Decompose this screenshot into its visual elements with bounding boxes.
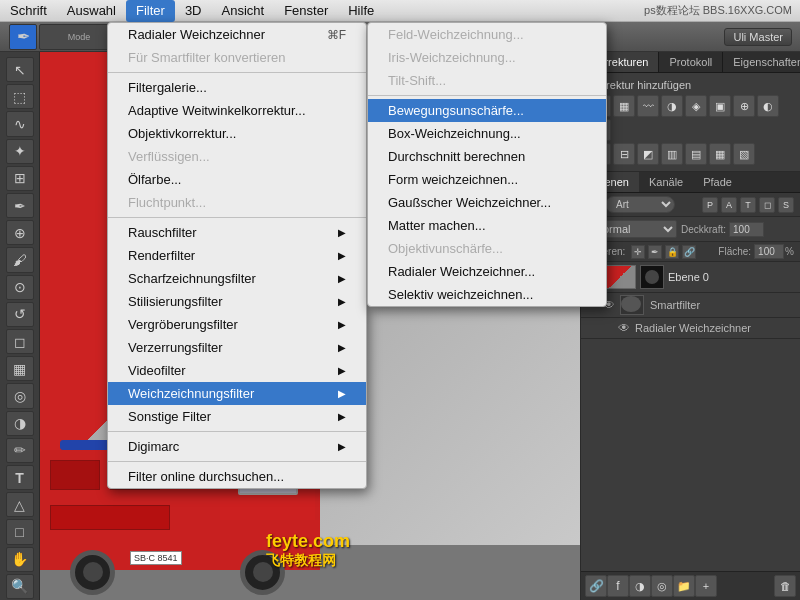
- eraser-tool[interactable]: ◻: [6, 329, 34, 354]
- area-percent: %: [785, 246, 794, 257]
- opacity-label: Deckkraft:: [681, 224, 726, 235]
- move-tool[interactable]: ↖: [6, 57, 34, 82]
- dd-sonstige[interactable]: Sonstige Filter ▶: [108, 405, 366, 428]
- watermark-text: feyte.com: [266, 531, 350, 552]
- sub-selektiv[interactable]: Selektiv weichzeichnen...: [368, 283, 606, 306]
- lasso-tool[interactable]: ∿: [6, 111, 34, 136]
- zoom-tool[interactable]: 🔍: [6, 574, 34, 599]
- add-group-button[interactable]: 📁: [673, 575, 695, 597]
- uli-master-button[interactable]: Uli Master: [724, 28, 792, 46]
- area-input[interactable]: [754, 244, 784, 259]
- sub-box-weich[interactable]: Box-Weichzeichnung...: [368, 122, 606, 145]
- dd-vergroeberung[interactable]: Vergröberungsfilter ▶: [108, 313, 366, 336]
- path-tool[interactable]: △: [6, 492, 34, 517]
- add-style-button[interactable]: f: [607, 575, 629, 597]
- layer-row-ebene0[interactable]: 👁 Ebene 0: [581, 262, 800, 293]
- sub-bewegungsunschaerfe[interactable]: Bewegungsunschärfe...: [368, 99, 606, 122]
- dd-renderfilter[interactable]: Renderfilter ▶: [108, 244, 366, 267]
- menu-schrift[interactable]: Schrift: [0, 0, 57, 22]
- dd-rauschfilter[interactable]: Rauschfilter ▶: [108, 221, 366, 244]
- sub-radialer[interactable]: Radialer Weichzeichner...: [368, 260, 606, 283]
- add-layer-button[interactable]: +: [695, 575, 717, 597]
- right-panel: « Korrekturen Protokoll Eigenschaften Ko…: [580, 52, 800, 600]
- fix-link-icon[interactable]: 🔗: [682, 245, 696, 259]
- hand-tool[interactable]: ✋: [6, 547, 34, 572]
- menu-fenster[interactable]: Fenster: [274, 0, 338, 22]
- sub-matter[interactable]: Matter machen...: [368, 214, 606, 237]
- menu-ansicht[interactable]: Ansicht: [212, 0, 275, 22]
- opacity-input[interactable]: [729, 222, 764, 237]
- dd-oelfarbe[interactable]: Ölfarbe...: [108, 168, 366, 191]
- menu-hilfe[interactable]: Hilfe: [338, 0, 384, 22]
- adj-exposure[interactable]: ◑: [661, 95, 683, 117]
- dd-filtergalerie[interactable]: Filtergalerie...: [108, 76, 366, 99]
- gradient-tool[interactable]: ▦: [6, 356, 34, 381]
- fix-lock-icon[interactable]: 🔒: [665, 245, 679, 259]
- pen-tool[interactable]: ✏: [6, 438, 34, 463]
- layer-filter-shape[interactable]: ◻: [759, 197, 775, 213]
- layer-filter-adj[interactable]: A: [721, 197, 737, 213]
- adj-gradient[interactable]: ▦: [709, 143, 731, 165]
- dodge-tool[interactable]: ◑: [6, 411, 34, 436]
- blend-opacity-row: Normal Deckkraft:: [581, 217, 800, 242]
- menu-3d[interactable]: 3D: [175, 0, 212, 22]
- adj-colorlookup[interactable]: ⊟: [613, 143, 635, 165]
- brush-tool-icon[interactable]: ✒: [9, 24, 37, 50]
- radial-filter-eye[interactable]: 👁: [616, 320, 632, 336]
- dd-weichzeichnung[interactable]: Weichzeichnungsfilter ▶: [108, 382, 366, 405]
- adj-threshold[interactable]: ▤: [685, 143, 707, 165]
- dd-scharfzeichnung[interactable]: Scharfzeichnungsfilter ▶: [108, 267, 366, 290]
- adj-hsl[interactable]: ▣: [709, 95, 731, 117]
- dd-objektivkorrektur[interactable]: Objektivkorrektur...: [108, 122, 366, 145]
- sub-durchschnitt[interactable]: Durchschnitt berechnen: [368, 145, 606, 168]
- add-adjustment-button[interactable]: ◎: [651, 575, 673, 597]
- dd-adaptive[interactable]: Adaptive Weitwinkelkorrektur...: [108, 99, 366, 122]
- adj-posterize[interactable]: ▥: [661, 143, 683, 165]
- adj-curves[interactable]: 〰: [637, 95, 659, 117]
- adj-selectivecolor[interactable]: ▧: [733, 143, 755, 165]
- healing-tool[interactable]: ⊕: [6, 220, 34, 245]
- link-layers-button[interactable]: 🔗: [585, 575, 607, 597]
- submenu-weichzeichnung: Feld-Weichzeichnung... Iris-Weichzeichnu…: [367, 22, 607, 307]
- dd-filter-online[interactable]: Filter online durchsuchen...: [108, 465, 366, 488]
- marquee-tool[interactable]: ⬚: [6, 84, 34, 109]
- add-mask-button[interactable]: ◑: [629, 575, 651, 597]
- adj-vibrance[interactable]: ◈: [685, 95, 707, 117]
- adj-levels[interactable]: ▦: [613, 95, 635, 117]
- blur-tool[interactable]: ◎: [6, 383, 34, 408]
- dd-videofilter[interactable]: Videofilter ▶: [108, 359, 366, 382]
- layer-filter-smart[interactable]: S: [778, 197, 794, 213]
- dd-verzerrung[interactable]: Verzerrungsfilter ▶: [108, 336, 366, 359]
- dd-radialer-weich[interactable]: Radialer Weichzeichner ⌘F: [108, 23, 366, 46]
- fix-brush-icon[interactable]: ✒: [648, 245, 662, 259]
- sub-gauss[interactable]: Gaußscher Weichzeichner...: [368, 191, 606, 214]
- adj-colorbalance[interactable]: ⊕: [733, 95, 755, 117]
- adj-bw[interactable]: ◐: [757, 95, 779, 117]
- eyedropper-tool[interactable]: ✒: [6, 193, 34, 218]
- dd-digimarc[interactable]: Digimarc ▶: [108, 435, 366, 458]
- shape-tool[interactable]: □: [6, 519, 34, 544]
- tab-pfade[interactable]: Pfade: [693, 172, 742, 192]
- magic-wand-tool[interactable]: ✦: [6, 139, 34, 164]
- sub-form-weich[interactable]: Form weichzeichnen...: [368, 168, 606, 191]
- license-plate: SB·C 8541: [130, 551, 182, 565]
- tab-protokoll[interactable]: Protokoll: [659, 52, 723, 72]
- brush-tool[interactable]: 🖌: [6, 247, 34, 272]
- type-tool[interactable]: T: [6, 465, 34, 490]
- tab-kanaele[interactable]: Kanäle: [639, 172, 693, 192]
- dd-stilisierung[interactable]: Stilisierungsfilter ▶: [108, 290, 366, 313]
- layer-thumbnail-ebene0: [604, 265, 636, 289]
- tab-eigenschaften[interactable]: Eigenschaften: [723, 52, 800, 72]
- stamp-tool[interactable]: ⊙: [6, 275, 34, 300]
- layer-filter-select[interactable]: Art: [605, 196, 675, 213]
- crop-tool[interactable]: ⊞: [6, 166, 34, 191]
- adj-invert[interactable]: ◩: [637, 143, 659, 165]
- fix-position-icon[interactable]: ✛: [631, 245, 645, 259]
- dd-sep-3: [108, 431, 366, 432]
- history-tool[interactable]: ↺: [6, 302, 34, 327]
- menu-auswahl[interactable]: Auswahl: [57, 0, 126, 22]
- layer-filter-pixel[interactable]: P: [702, 197, 718, 213]
- menu-filter[interactable]: Filter: [126, 0, 175, 22]
- layer-filter-type[interactable]: T: [740, 197, 756, 213]
- delete-layer-button[interactable]: 🗑: [774, 575, 796, 597]
